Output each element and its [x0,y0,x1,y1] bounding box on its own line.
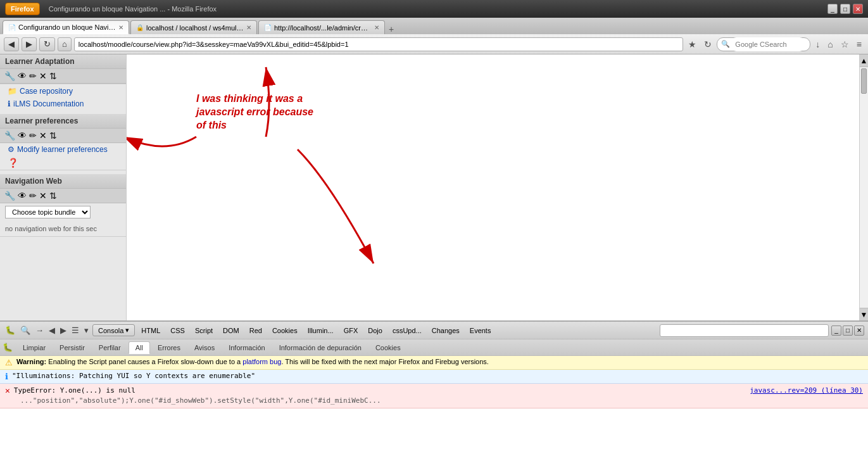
devtools-tab-gfx[interactable]: GFX [340,326,362,336]
devtools-tab-dojo[interactable]: Dojo [364,326,386,336]
lp-toolbar-icon-2[interactable]: 👁 [17,130,27,141]
devtools-tab-dom[interactable]: DOM [219,326,243,336]
nw-toolbar-icon-4[interactable]: ✕ [39,190,47,201]
scroll-down[interactable]: ▼ [860,308,868,320]
minimize-button[interactable]: _ [827,4,838,14]
devtools-maximize[interactable]: □ [843,326,853,336]
devtools-bug-icon[interactable]: 🐛 [4,324,16,336]
fb-tab-info-depuracion[interactable]: Información de depuración [273,342,368,353]
scrollbar[interactable]: ▲ ▼ [859,54,868,320]
scroll-up[interactable]: ▲ [860,54,868,67]
tab-title-2: localhost / localhost / ws4multilearni..… [146,24,244,32]
tab-favicon-1: 📄 [8,24,16,31]
home-button[interactable]: ⌂ [58,37,72,51]
devtools-search-input[interactable] [660,324,829,337]
nw-toolbar-icon-3[interactable]: ✏ [28,190,37,201]
warn-icon: ⚠ [5,358,13,367]
devtools-tab-changes[interactable]: Changes [428,326,463,336]
devtools-back-icon[interactable]: ◀ [47,324,56,336]
fb-tab-all[interactable]: All [129,341,150,354]
fb-tab-cookies[interactable]: Cookies [369,342,407,353]
devtools-tab-events[interactable]: Events [466,326,495,336]
nw-toolbar-icon-2[interactable]: 👁 [17,190,27,201]
fb-tab-persistir[interactable]: Persistir [53,342,91,353]
home-btn2[interactable]: ⌂ [825,38,835,51]
devtools-tab-css[interactable]: CSS [167,326,189,336]
url-bar[interactable] [74,37,684,51]
page-area: I was thinking it was ajavascript error … [127,54,859,320]
fb-tab-errores[interactable]: Errores [151,342,187,353]
devtools-list-icon[interactable]: ☰ [70,324,80,336]
sidebar: Learner Adaptation 🔧 👁 ✏ ✕ ⇅ 📁 Case repo… [0,54,127,320]
devtools-inspect-icon[interactable]: 🔍 [19,324,32,336]
sidebar-info-circle[interactable]: ❓ [0,156,126,170]
fb-tab-informacion[interactable]: Información [222,342,271,353]
console-info-msg: ℹ "Illuminations: Patching YUI so Y cont… [0,370,868,384]
devtools-console-btn[interactable]: Consola ▾ [92,324,135,336]
download-button[interactable]: ↓ [813,38,822,51]
tab-1[interactable]: 📄 Configurando un bloque Navigation ... … [3,20,129,34]
toolbar-icon-4[interactable]: ✕ [39,70,47,82]
devtools-tab-cssupd[interactable]: cssUpd... [389,326,425,336]
fb-tab-avisos[interactable]: Avisos [188,342,221,353]
back-button[interactable]: ◀ [4,37,19,51]
sidebar-section-learner-adaptation: Learner Adaptation 🔧 👁 ✏ ✕ ⇅ [0,54,126,84]
bookmark-button[interactable]: ★ [686,38,699,51]
close-button[interactable]: ✕ [853,4,863,14]
lp-toolbar-icon-3[interactable]: ✏ [28,130,37,141]
tab-favicon-3: 📄 [264,24,272,31]
devtools-fwd-icon[interactable]: ▶ [59,324,68,336]
toolbar-icon-3[interactable]: ✏ [28,70,37,82]
section-header-learner-prefs: Learner preferences [0,114,126,129]
titlebar: Firefox Configurando un bloque Navigatio… [0,0,868,18]
sidebar-item-modify-learner-prefs[interactable]: ⚙ Modify learner preferences [0,143,126,156]
search-input[interactable] [730,37,806,51]
devtools-arrow2-icon[interactable]: ▾ [83,324,90,336]
devtools-close[interactable]: ✕ [854,326,864,336]
tab-close-3[interactable]: ✕ [374,24,379,31]
section-toolbar-learner-adaptation: 🔧 👁 ✏ ✕ ⇅ [0,69,126,84]
reload-button[interactable]: ↻ [39,37,55,51]
sidebar-item-ilms[interactable]: ℹ iLMS Documentation [0,98,126,110]
devtools-tab-red[interactable]: Red [246,326,266,336]
devtools-tab-illumin[interactable]: Illumin... [304,326,337,336]
nw-toolbar-icon-1[interactable]: 🔧 [4,190,16,201]
fb-tab-limpiar[interactable]: Limpiar [16,342,52,353]
nav-bar: ◀ ▶ ↻ ⌂ ★ ↻ 🔍 ↓ ⌂ ☆ ≡ [0,34,868,54]
nw-toolbar-icon-5[interactable]: ⇅ [49,190,58,201]
lp-toolbar-icon-4[interactable]: ✕ [39,130,47,141]
bookmark-star[interactable]: ☆ [838,38,852,51]
tab-2[interactable]: 🔒 localhost / localhost / ws4multilearni… [130,20,257,34]
warning-text: Warning: Enabling the Script panel cause… [16,358,489,365]
tab-3[interactable]: 📄 http://localhost/...le/admin/cron.php … [258,20,385,34]
tab-favicon-2: 🔒 [136,24,144,31]
main-area: Learner Adaptation 🔧 👁 ✏ ✕ ⇅ 📁 Case repo… [0,54,868,320]
sidebar-section-learner-prefs: Learner preferences 🔧 👁 ✏ ✕ ⇅ ⚙ Modify l… [0,114,126,170]
error-main-text: TypeError: Y.one(...) is null [14,386,135,395]
toolbar-icon-1[interactable]: 🔧 [4,70,16,82]
firefox-button[interactable]: Firefox [5,3,40,15]
toolbar-icon-5[interactable]: ⇅ [49,70,58,82]
reload-btn2[interactable]: ↻ [701,38,714,51]
tab-close-2[interactable]: ✕ [246,24,251,31]
devtools-tab-script[interactable]: Script [191,326,217,336]
devtools-tab-html[interactable]: HTML [137,326,164,336]
lp-toolbar-icon-1[interactable]: 🔧 [4,130,16,141]
modify-prefs-icon: ⚙ [8,145,15,154]
menu-button[interactable]: ≡ [854,38,864,51]
tab-close-1[interactable]: ✕ [118,24,123,31]
maximize-button[interactable]: □ [840,4,850,14]
platform-bug-link[interactable]: platform bug [242,358,281,365]
devtools-arrow-icon[interactable]: → [34,324,45,336]
forward-button[interactable]: ▶ [22,37,37,51]
devtools-tab-cookies[interactable]: Cookies [268,326,301,336]
scroll-thumb[interactable] [861,68,867,94]
new-tab-button[interactable]: + [386,24,396,34]
error-source-link[interactable]: javasc...rev=209 (línea 30) [750,386,863,395]
fb-tab-perfilar[interactable]: Perfilar [92,342,127,353]
devtools-minimize[interactable]: _ [831,326,841,336]
topic-bundle-dropdown[interactable]: Choose topic bundle [5,206,91,218]
lp-toolbar-icon-5[interactable]: ⇅ [49,130,58,141]
sidebar-item-case-repo[interactable]: 📁 Case repository [0,84,126,98]
toolbar-icon-2[interactable]: 👁 [17,70,27,82]
